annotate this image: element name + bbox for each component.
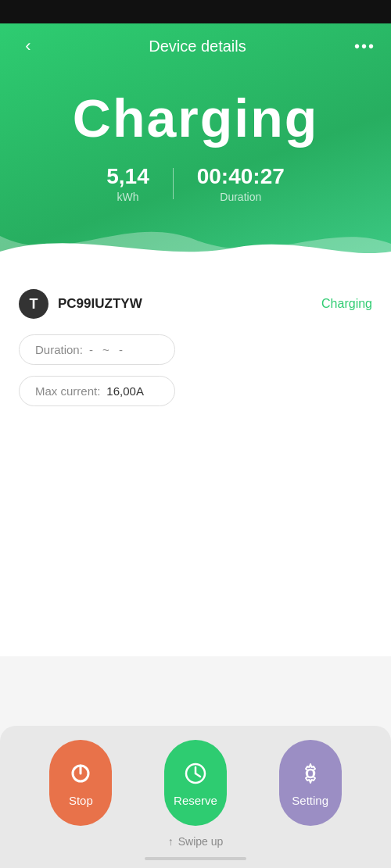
setting-button[interactable]: Setting <box>279 740 342 826</box>
duration-value: 00:40:27 <box>197 164 285 189</box>
energy-stat: 5,14 kWh <box>83 164 173 203</box>
energy-label: kWh <box>106 191 149 203</box>
svg-line-4 <box>196 773 200 777</box>
device-id: PC99IUZTYW <box>58 296 142 312</box>
setting-label: Setting <box>292 794 328 807</box>
duration-stat: 00:40:27 Duration <box>174 164 308 203</box>
nav-bar: ‹ Device details ••• <box>0 23 391 64</box>
stats-row: 5,14 kWh 00:40:27 Duration <box>0 164 391 203</box>
back-button[interactable]: ‹ <box>16 36 41 56</box>
duration-field-value: - ~ - <box>89 343 123 356</box>
power-icon <box>66 759 95 788</box>
reserve-button[interactable]: Reserve <box>164 740 227 826</box>
stop-button[interactable]: Stop <box>49 740 112 826</box>
setting-button-circle: Setting <box>279 740 342 826</box>
duration-field[interactable]: Duration: - ~ - <box>19 334 175 365</box>
wave-decoration <box>0 213 391 267</box>
max-current-label: Max current: <box>35 384 100 398</box>
max-current-field[interactable]: Max current: 16,00A <box>19 376 175 406</box>
status-bar <box>0 0 391 23</box>
device-status-badge: Charging <box>321 297 372 311</box>
swipe-up-label: Swipe up <box>178 835 224 848</box>
more-menu-button[interactable]: ••• <box>354 38 375 55</box>
action-bar: Stop Reserve Setting <box>0 726 391 868</box>
reserve-button-circle: Reserve <box>164 740 227 826</box>
device-row: T PC99IUZTYW Charging <box>19 289 372 319</box>
reserve-label: Reserve <box>174 794 217 807</box>
main-content: T PC99IUZTYW Charging Duration: - ~ - Ma… <box>0 266 391 656</box>
home-indicator <box>145 857 246 860</box>
header-section: ‹ Device details ••• Charging 5,14 kWh 0… <box>0 23 391 266</box>
device-info: T PC99IUZTYW <box>19 289 142 319</box>
stop-label: Stop <box>69 794 93 807</box>
swipe-up-arrow: ↑ <box>168 835 174 848</box>
duration-field-label: Duration: <box>35 343 83 356</box>
charging-status-title: Charging <box>0 88 391 148</box>
action-buttons-container: Stop Reserve Setting <box>0 740 391 826</box>
stop-button-circle: Stop <box>49 740 112 826</box>
clock-icon <box>181 759 210 788</box>
gear-icon <box>296 759 325 788</box>
max-current-value: 16,00A <box>106 384 144 398</box>
swipe-up-bar: ↑ Swipe up <box>0 826 391 852</box>
page-title: Device details <box>149 38 246 55</box>
energy-value: 5,14 <box>106 164 149 189</box>
duration-label: Duration <box>197 191 285 203</box>
device-icon: T <box>19 289 48 319</box>
